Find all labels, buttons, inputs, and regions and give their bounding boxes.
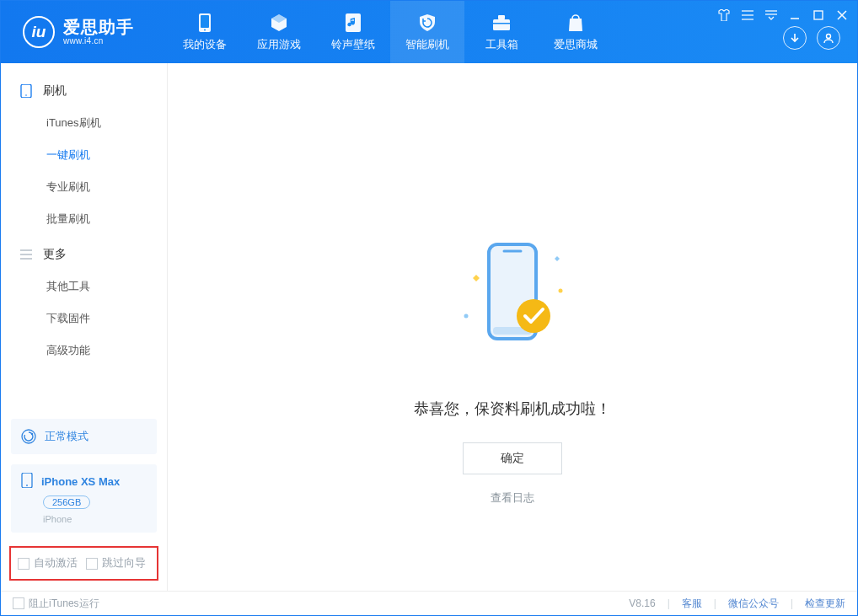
svg-rect-13 <box>814 11 823 19</box>
block-itunes-checkbox[interactable]: 阻止iTunes运行 <box>13 597 99 611</box>
download-icon[interactable] <box>783 26 807 50</box>
sidebar-section-more[interactable]: 更多 <box>1 235 167 271</box>
phone-small-icon <box>21 473 33 490</box>
svg-rect-6 <box>493 23 510 24</box>
app-subtitle: www.i4.cn <box>63 36 134 46</box>
nav-apps-games[interactable]: 应用游戏 <box>242 1 316 63</box>
cube-icon <box>269 13 289 33</box>
sidebar-item-itunes-flash[interactable]: iTunes刷机 <box>1 107 167 139</box>
support-link[interactable]: 客服 <box>682 597 702 611</box>
menu-icon <box>19 248 33 261</box>
nav-label: 工具箱 <box>485 38 518 52</box>
user-icon[interactable] <box>817 26 840 50</box>
nav-label: 智能刷机 <box>405 38 449 52</box>
sync-icon <box>21 429 36 444</box>
app-title: 爱思助手 <box>63 19 134 36</box>
sidebar-item-advanced[interactable]: 高级功能 <box>1 335 167 367</box>
device-card[interactable]: iPhone XS Max 256GB iPhone <box>11 464 157 533</box>
sidebar-section-flash[interactable]: 刷机 <box>1 72 167 107</box>
success-message: 恭喜您，保资料刷机成功啦！ <box>414 399 611 419</box>
shield-refresh-icon <box>417 13 437 33</box>
logo-area: iu 爱思助手 www.i4.cn <box>1 16 168 48</box>
svg-point-26 <box>26 485 28 486</box>
svg-point-17 <box>827 35 831 39</box>
version-label: V8.16 <box>629 597 655 609</box>
success-illustration <box>441 232 584 375</box>
minimize-button[interactable] <box>786 8 803 23</box>
view-log-link[interactable]: 查看日志 <box>491 491 534 506</box>
topbar-right <box>716 1 857 63</box>
music-file-icon <box>343 13 363 33</box>
svg-point-19 <box>25 94 27 96</box>
svg-point-2 <box>204 29 206 30</box>
dropdown-icon[interactable] <box>763 8 780 23</box>
nav-label: 我的设备 <box>183 38 227 52</box>
section-title: 刷机 <box>43 83 67 99</box>
sidebar-item-download-firmware[interactable]: 下载固件 <box>1 303 167 335</box>
app-logo-icon: iu <box>23 16 55 48</box>
phone-icon <box>195 13 215 33</box>
maximize-button[interactable] <box>810 8 827 23</box>
status-bar: 阻止iTunes运行 V8.16 | 客服 | 微信公众号 | 检查更新 <box>1 591 857 615</box>
sidebar-item-pro-flash[interactable]: 专业刷机 <box>1 171 167 203</box>
svg-rect-4 <box>493 19 510 30</box>
auto-activate-checkbox[interactable]: 自动激活 <box>18 556 78 570</box>
mode-label: 正常模式 <box>45 429 88 444</box>
shopping-bag-icon <box>566 13 586 33</box>
nav-my-device[interactable]: 我的设备 <box>168 1 242 63</box>
ok-button[interactable]: 确定 <box>463 442 562 474</box>
svg-rect-5 <box>498 15 505 19</box>
nav-label: 爱思商城 <box>554 38 598 52</box>
nav-label: 铃声壁纸 <box>331 38 375 52</box>
wechat-link[interactable]: 微信公众号 <box>728 597 779 611</box>
check-update-link[interactable]: 检查更新 <box>805 597 845 611</box>
sidebar: 刷机 iTunes刷机 一键刷机 专业刷机 批量刷机 更多 其他工具 下载固件 … <box>1 63 168 591</box>
device-mode-card[interactable]: 正常模式 <box>11 419 157 454</box>
flash-options-box: 自动激活 跳过向导 <box>9 546 158 581</box>
device-storage: 256GB <box>43 495 90 509</box>
sidebar-item-other-tools[interactable]: 其他工具 <box>1 271 167 303</box>
skip-guide-checkbox[interactable]: 跳过向导 <box>86 556 146 570</box>
close-button[interactable] <box>834 8 850 23</box>
nav-label: 应用游戏 <box>257 38 301 52</box>
device-type: iPhone <box>43 514 147 524</box>
nav-smart-flash[interactable]: 智能刷机 <box>390 1 464 63</box>
sidebar-item-batch-flash[interactable]: 批量刷机 <box>1 203 167 235</box>
list-icon[interactable] <box>739 8 756 23</box>
content-area: 恭喜您，保资料刷机成功啦！ 确定 查看日志 <box>168 63 857 591</box>
svg-point-31 <box>464 314 469 319</box>
section-title: 更多 <box>43 247 67 262</box>
nav-toolbox[interactable]: 工具箱 <box>464 1 539 63</box>
sidebar-item-one-click-flash[interactable]: 一键刷机 <box>1 139 167 171</box>
svg-point-32 <box>559 289 563 293</box>
shirt-icon[interactable] <box>716 8 732 23</box>
top-bar: iu 爱思助手 www.i4.cn 我的设备 应用游戏 铃声壁纸 <box>1 1 857 63</box>
device-icon <box>19 84 33 98</box>
nav-shop[interactable]: 爱思商城 <box>539 1 613 63</box>
svg-rect-1 <box>201 15 209 28</box>
nav-tabs: 我的设备 应用游戏 铃声壁纸 智能刷机 工具箱 <box>168 1 613 63</box>
svg-point-24 <box>31 433 33 435</box>
nav-ringtones-wallpapers[interactable]: 铃声壁纸 <box>316 1 390 63</box>
toolbox-icon <box>491 13 512 33</box>
device-name: iPhone XS Max <box>41 475 120 488</box>
svg-point-30 <box>517 299 550 333</box>
